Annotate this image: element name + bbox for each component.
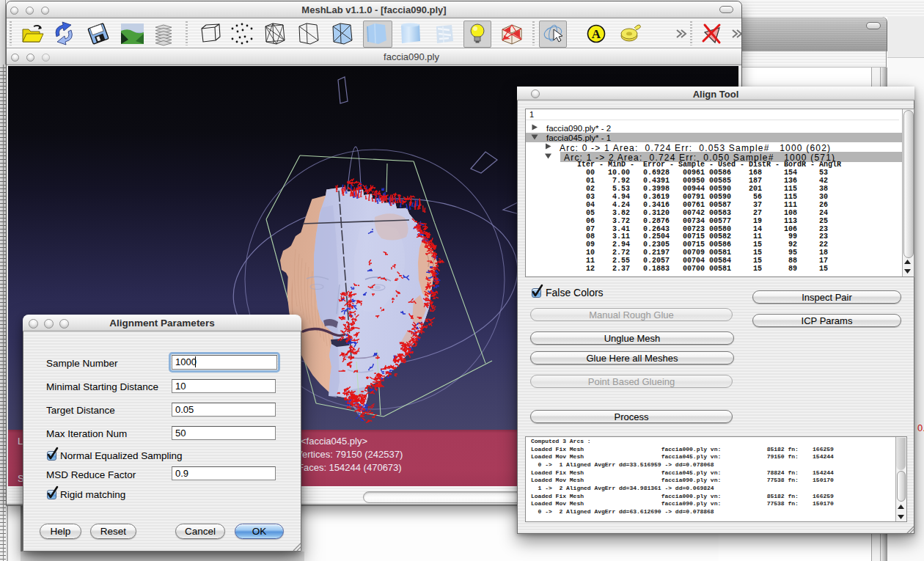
svg-text:A: A: [592, 27, 601, 41]
